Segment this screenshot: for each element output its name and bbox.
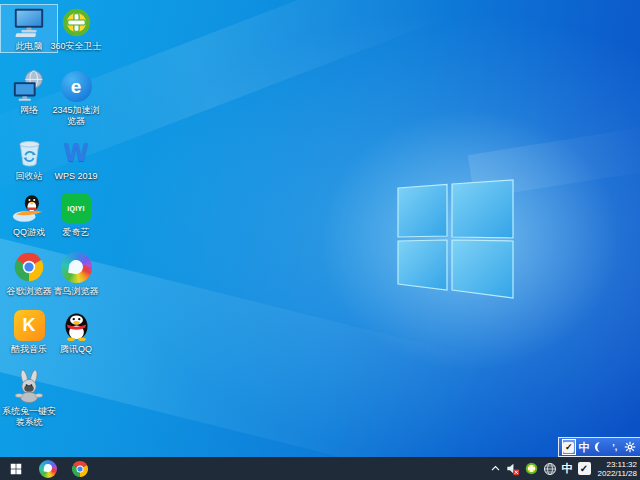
kuwo-letter: K (23, 315, 36, 336)
this-pc-icon (12, 5, 46, 39)
qq-games-icon (12, 191, 46, 225)
recycle-bin-icon (12, 135, 46, 169)
2345-letter: e (71, 77, 82, 96)
chinese-indicator-text: 中 (562, 461, 573, 476)
icon-label: 系统兔一键安装系统 (1, 406, 57, 428)
desktop-icon-2345-browser[interactable]: e 2345加速浏览器 (48, 69, 104, 127)
taskbar-clock[interactable]: 23:11:32 2022/11/28 (596, 460, 637, 478)
bird-browser-icon (59, 250, 93, 284)
punctuation-toggle[interactable]: ’, (608, 439, 622, 455)
chevron-up-icon (490, 463, 501, 474)
360-tray-icon (525, 462, 538, 475)
punctuation-icon: ’, (612, 442, 617, 452)
iqiyi-wordmark: iQIYI (67, 205, 84, 212)
icon-label: QQ游戏 (13, 227, 45, 238)
globe-network-icon (543, 462, 557, 476)
icon-label: 此电脑 (16, 41, 43, 52)
network-icon (12, 69, 46, 103)
icon-label: 酷我音乐 (11, 344, 47, 355)
system-tray: 中 ✓ 23:11:32 2022/11/28 (490, 460, 640, 478)
desktop-icon-system-rabbit[interactable]: 系统兔一键安装系统 (1, 370, 57, 428)
icon-label: 回收站 (16, 171, 43, 182)
ime-settings-button[interactable] (623, 439, 637, 455)
taskbar-bird-browser-button[interactable] (32, 457, 64, 480)
fullwidth-halfwidth-toggle[interactable] (592, 439, 606, 455)
input-language-indicator[interactable]: 中 (562, 461, 573, 476)
wps-letter: W (64, 138, 88, 167)
show-hidden-icons-button[interactable] (490, 463, 501, 474)
tencent-qq-icon (59, 308, 93, 342)
system-rabbit-icon (12, 370, 46, 404)
start-button[interactable] (0, 457, 32, 480)
ime-logo-icon: ✓ (563, 442, 574, 453)
chinese-english-toggle[interactable]: 中 (577, 439, 591, 455)
desktop-icon-iqiyi[interactable]: iQIYI 爱奇艺 (48, 191, 104, 238)
desktop-icon-wps-2019[interactable]: W WPS 2019 (48, 135, 104, 182)
icon-label: 网络 (20, 105, 38, 116)
chrome-icon (12, 250, 46, 284)
ime-tray-button[interactable]: ✓ (578, 462, 591, 475)
logo-glow (320, 110, 620, 370)
chrome-icon (71, 460, 89, 478)
language-bar: ✓ 中 ’, (558, 437, 640, 457)
ime-logo-button[interactable]: ✓ (562, 439, 576, 455)
kuwo-music-icon: K (12, 308, 46, 342)
gear-icon (624, 441, 636, 453)
icon-label: 谷歌浏览器 (7, 286, 52, 297)
clock-time: 23:11:32 (598, 460, 637, 469)
desktop-icon-tencent-qq[interactable]: 腾讯QQ (48, 308, 104, 355)
icon-label: 2345加速浏览器 (48, 105, 104, 127)
speaker-muted-icon (506, 462, 520, 476)
icon-label: 360安全卫士 (50, 41, 101, 52)
taskbar: 中 ✓ 23:11:32 2022/11/28 (0, 457, 640, 480)
360-security-tray-button[interactable] (525, 462, 538, 475)
clock-date: 2022/11/28 (598, 469, 637, 478)
chinese-mode-icon: 中 (579, 440, 590, 455)
desktop-icon-bird-browser[interactable]: 青鸟浏览器 (48, 250, 104, 297)
moon-icon (593, 441, 605, 453)
ime-tray-icon: ✓ (578, 462, 591, 475)
icon-label: 爱奇艺 (63, 227, 90, 238)
volume-muted-button[interactable] (506, 462, 520, 476)
light-beam (468, 125, 640, 198)
iqiyi-icon: iQIYI (59, 191, 93, 225)
2345-browser-icon: e (59, 69, 93, 103)
wps-icon: W (59, 135, 93, 169)
icon-label: 腾讯QQ (60, 344, 92, 355)
bird-browser-icon (39, 460, 57, 478)
icon-label: WPS 2019 (54, 171, 97, 182)
windows-desktop: 此电脑 360安全卫士 (0, 0, 640, 480)
windows-start-icon (9, 462, 23, 476)
desktop-icon-360-security[interactable]: 360安全卫士 (48, 5, 104, 52)
icon-label: 青鸟浏览器 (54, 286, 99, 297)
360-security-icon (59, 5, 93, 39)
taskbar-chrome-button[interactable] (64, 457, 96, 480)
network-tray-button[interactable] (543, 462, 557, 476)
